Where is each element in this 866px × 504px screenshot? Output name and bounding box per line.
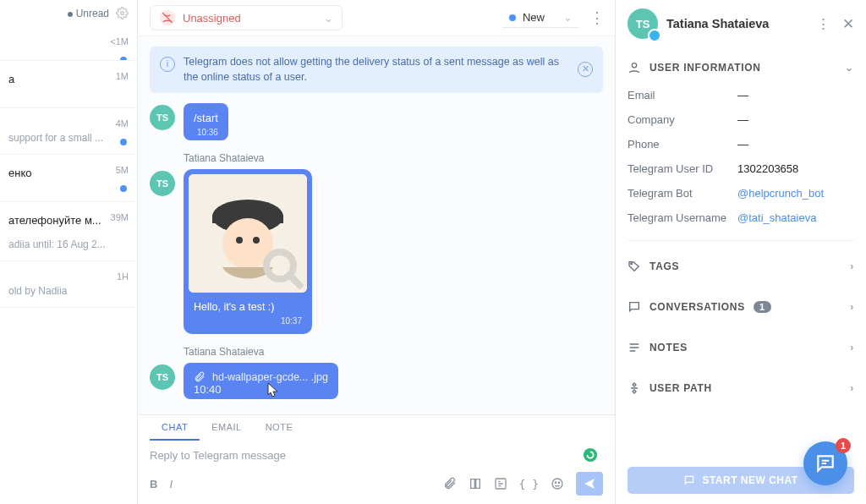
message-bubble[interactable]: /start 10:36 [184, 103, 228, 140]
list-item[interactable]: 1M a [0, 61, 137, 108]
person-icon [628, 61, 641, 74]
list-item[interactable]: 1H old by Nadiia [0, 261, 137, 308]
svg-point-14 [558, 482, 559, 483]
more-icon[interactable]: ⋮ [589, 8, 603, 27]
list-item[interactable]: 4M support for a small ... [0, 108, 137, 155]
list-item-time: 5M [116, 165, 129, 175]
section-notes[interactable]: NOTES› [628, 332, 854, 363]
svg-point-0 [121, 12, 124, 15]
chevron-down-icon: ⌄ [563, 11, 573, 24]
telegram-user-link[interactable]: @tati_shataieva [737, 211, 816, 224]
unread-dot-icon [120, 185, 127, 192]
composer: CHAT EMAIL NOTE B I [138, 414, 615, 504]
assignee-dropdown[interactable]: Unassigned ⌄ [150, 5, 343, 30]
italic-button[interactable]: I [169, 478, 173, 490]
chevron-down-icon: ⌄ [324, 12, 333, 25]
chevron-down-icon: ⌄ [845, 62, 854, 74]
message-list: TS /start 10:36 Tatiana Shataieva TS Hel… [138, 103, 615, 414]
chevron-right-icon: › [850, 342, 854, 353]
avatar: TS [150, 105, 175, 130]
avatar: TS [628, 8, 658, 39]
gear-icon[interactable] [116, 7, 129, 19]
reply-input[interactable] [150, 449, 557, 462]
svg-point-10 [584, 448, 597, 462]
list-item[interactable]: 39M ателефонуйте м... adiia until: 16 Au… [0, 202, 137, 261]
section-conversations[interactable]: CONVERSATIONS 1 › [628, 292, 854, 322]
snippet-icon[interactable] [469, 477, 482, 490]
file-message[interactable]: hd-wallpaper-gcde... .jpg 10:40 [184, 363, 338, 399]
emoji-icon[interactable] [551, 477, 564, 490]
conversation-list: Unread <1M 1M a 4M support for a small .… [0, 0, 138, 504]
list-item-time: <1M [110, 36, 129, 47]
section-user-info[interactable]: USER INFORMATION ⌄ [628, 52, 854, 83]
telegram-badge-icon [648, 29, 661, 42]
paperclip-icon[interactable] [443, 477, 457, 490]
tab-chat[interactable]: CHAT [150, 415, 200, 441]
telegram-bot-link[interactable]: @helpcrunch_bot [737, 187, 824, 200]
message-time: 10:37 [189, 315, 307, 329]
unread-dot-icon [120, 139, 127, 145]
conversations-count: 1 [754, 301, 771, 313]
user-name: Tatiana Shataieva [666, 17, 769, 30]
svg-point-15 [632, 63, 636, 68]
status-label: New [523, 11, 545, 24]
list-item-sub: old by Nadiia [8, 285, 129, 297]
chat-icon [628, 300, 641, 314]
svg-point-6 [236, 237, 243, 244]
user-panel: TS Tatiana Shataieva ⋮ ✕ USER INFORMATIO… [616, 0, 866, 504]
tag-icon [628, 260, 641, 273]
sender-name: Tatiana Shataieva [184, 152, 603, 164]
list-item-time: 1H [117, 271, 129, 282]
more-icon[interactable]: ⋮ [816, 15, 830, 33]
section-tags[interactable]: TAGS› [628, 251, 854, 282]
code-icon[interactable]: { } [519, 478, 539, 490]
image-placeholder [189, 174, 307, 293]
chat-icon [683, 474, 695, 486]
assignee-label: Unassigned [183, 12, 241, 25]
tab-note[interactable]: NOTE [254, 415, 305, 441]
info-icon: i [160, 57, 175, 72]
chat-panel: Unassigned ⌄ New ⌄ ⋮ i Telegram does not… [138, 0, 616, 504]
chevron-right-icon: › [850, 382, 854, 394]
unread-filter[interactable]: Unread [68, 8, 109, 19]
svg-point-12 [552, 479, 562, 489]
bold-button[interactable]: B [150, 478, 157, 490]
close-icon[interactable]: ✕ [578, 62, 593, 77]
avatar: TS [150, 364, 175, 390]
list-item-title: енко [8, 167, 129, 179]
cursor-icon [266, 381, 280, 398]
template-icon[interactable] [494, 477, 507, 490]
chevron-right-icon: › [850, 260, 854, 272]
path-icon [628, 381, 641, 395]
message-text: /start [194, 112, 218, 124]
unassigned-icon [159, 9, 176, 26]
svg-point-13 [555, 482, 556, 483]
list-item[interactable]: <1M [0, 26, 137, 61]
section-user-path[interactable]: USER PATH› [628, 373, 854, 403]
send-button[interactable] [576, 472, 603, 496]
list-item-title: a [8, 73, 129, 85]
chevron-right-icon: › [850, 301, 854, 313]
svg-point-16 [631, 263, 633, 265]
chat-widget-fab[interactable]: 1 [803, 441, 847, 485]
notes-icon [628, 341, 641, 354]
tab-email[interactable]: EMAIL [200, 415, 254, 441]
list-item-sub: support for a small ... [8, 132, 129, 144]
sender-name: Tatiana Shataieva [184, 346, 603, 358]
list-item[interactable]: 5M енко [0, 155, 137, 202]
grammarly-icon[interactable] [583, 447, 598, 463]
message-text: Hello, it's a test :) [189, 293, 307, 315]
paperclip-icon [194, 371, 206, 383]
message-time: 10:36 [194, 128, 218, 137]
message-time: 10:40 [194, 383, 328, 396]
image-message[interactable]: Hello, it's a test :) 10:37 [184, 169, 312, 334]
list-item-time: 4M [116, 118, 129, 129]
status-dropdown[interactable]: New ⌄ [502, 8, 579, 28]
avatar: TS [150, 171, 175, 196]
banner-text: Telegram does not allow getting the deli… [184, 56, 559, 83]
list-item-time: 1M [116, 71, 129, 81]
info-banner: i Telegram does not allow getting the de… [150, 47, 603, 93]
svg-point-7 [253, 237, 260, 244]
close-icon[interactable]: ✕ [842, 15, 854, 33]
list-item-time: 39M [111, 212, 129, 222]
